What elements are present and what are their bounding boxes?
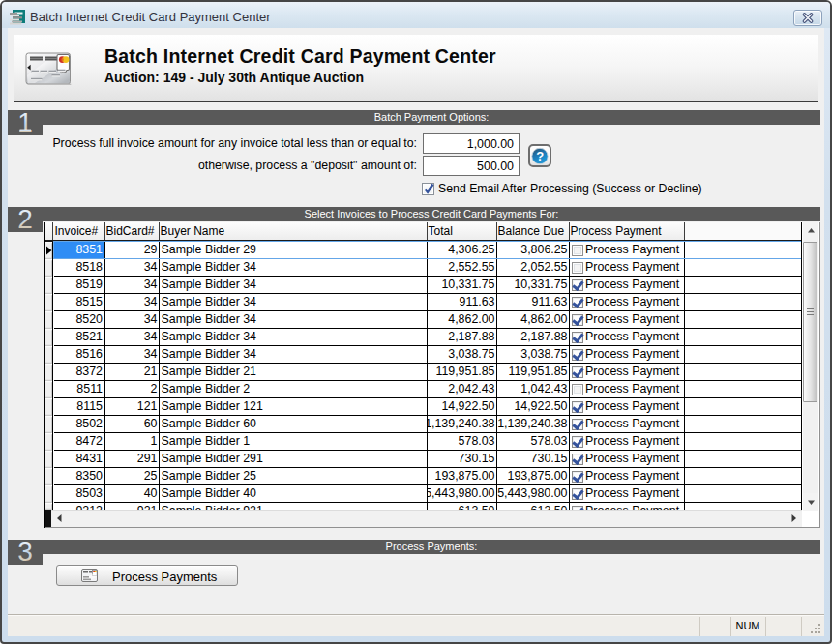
svg-text:3: 3 [17, 540, 33, 565]
svg-text:1: 1 [17, 110, 33, 135]
svg-text:2: 2 [17, 207, 33, 232]
svg-text:?: ? [536, 149, 544, 163]
